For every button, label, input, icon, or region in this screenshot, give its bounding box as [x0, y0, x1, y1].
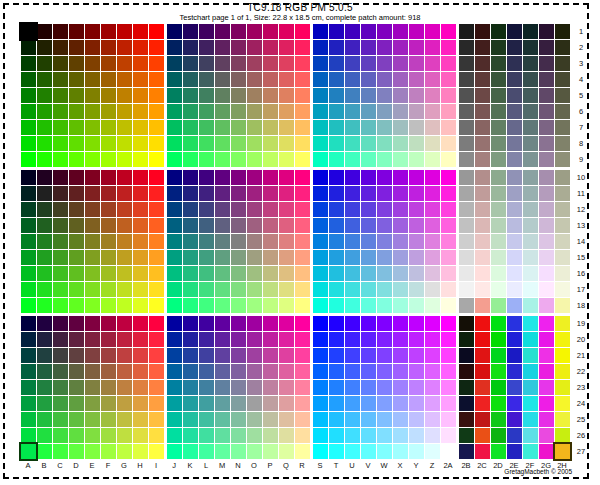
color-patch: [149, 298, 164, 313]
color-patch: [199, 24, 214, 39]
color-patch: [475, 72, 490, 87]
color-patch: [263, 266, 278, 281]
color-patch: [247, 412, 262, 427]
color-patch: [539, 380, 554, 395]
color-patch: [85, 298, 100, 313]
color-patch: [69, 186, 84, 201]
color-patch: [231, 332, 246, 347]
color-patch: [491, 170, 506, 185]
color-patch: [149, 282, 164, 297]
color-patch: [247, 348, 262, 363]
color-patch: [507, 332, 522, 347]
color-patch: [69, 316, 84, 331]
row-label: 26: [572, 431, 590, 440]
color-patch: [53, 380, 68, 395]
color-patch: [21, 136, 36, 151]
color-patch: [459, 380, 474, 395]
color-patch: [329, 428, 344, 443]
color-patch: [393, 170, 408, 185]
color-patch: [295, 332, 310, 347]
color-patch: [295, 40, 310, 55]
color-patch: [101, 56, 116, 71]
color-patch: [441, 202, 456, 217]
color-patch: [459, 136, 474, 151]
color-patch: [279, 24, 294, 39]
color-patch: [263, 40, 278, 55]
color-patch: [393, 332, 408, 347]
color-patch: [475, 316, 490, 331]
color-patch: [361, 332, 376, 347]
color-patch: [263, 88, 278, 103]
color-patch: [149, 72, 164, 87]
color-patch: [85, 412, 100, 427]
color-patch: [85, 282, 100, 297]
color-patch: [345, 428, 360, 443]
color-patch: [313, 72, 328, 87]
color-patch: [149, 396, 164, 411]
color-patch: [459, 332, 474, 347]
color-patch: [85, 72, 100, 87]
color-patch: [329, 266, 344, 281]
color-patch: [279, 250, 294, 265]
color-patch: [167, 24, 182, 39]
color-patch: [459, 56, 474, 71]
color-patch: [361, 56, 376, 71]
color-patch: [459, 104, 474, 119]
color-patch: [409, 218, 424, 233]
color-patch: [21, 234, 36, 249]
color-patch: [409, 152, 424, 167]
color-patch: [117, 136, 132, 151]
color-patch: [313, 332, 328, 347]
color-patch: [37, 40, 52, 55]
color-patch: [539, 170, 554, 185]
row-label: 21: [572, 351, 590, 360]
color-patch: [523, 234, 538, 249]
color-patch: [167, 234, 182, 249]
color-patch: [475, 104, 490, 119]
color-patch: [425, 444, 440, 459]
color-patch: [183, 136, 198, 151]
color-patch: [441, 72, 456, 87]
color-patch: [475, 88, 490, 103]
color-patch: [329, 396, 344, 411]
color-patch: [101, 152, 116, 167]
color-patch: [247, 152, 262, 167]
color-patch: [313, 120, 328, 135]
color-patch: [475, 170, 490, 185]
color-patch: [507, 380, 522, 395]
color-patch: [523, 202, 538, 217]
color-patch: [133, 380, 148, 395]
color-patch: [441, 120, 456, 135]
color-patch: [459, 298, 474, 313]
color-patch: [425, 120, 440, 135]
color-patch: [149, 40, 164, 55]
color-patch: [523, 24, 538, 39]
color-patch: [231, 104, 246, 119]
color-patch: [523, 88, 538, 103]
color-patch: [199, 332, 214, 347]
color-patch: [393, 72, 408, 87]
color-patch: [361, 298, 376, 313]
color-patch: [295, 364, 310, 379]
color-patch: [425, 104, 440, 119]
color-patch: [409, 120, 424, 135]
color-patch: [441, 234, 456, 249]
color-patch: [215, 444, 230, 459]
color-patch: [523, 332, 538, 347]
color-patch: [149, 316, 164, 331]
color-patch: [409, 444, 424, 459]
column-label: N: [230, 461, 246, 470]
color-patch: [475, 24, 490, 39]
row-label: 14: [572, 237, 590, 246]
color-patch: [215, 364, 230, 379]
color-patch: [523, 348, 538, 363]
color-patch: [329, 218, 344, 233]
color-patch: [345, 396, 360, 411]
color-patch: [21, 152, 36, 167]
color-patch: [345, 136, 360, 151]
color-patch: [69, 170, 84, 185]
color-patch: [539, 348, 554, 363]
color-patch: [183, 266, 198, 281]
color-patch: [133, 72, 148, 87]
color-patch: [475, 250, 490, 265]
